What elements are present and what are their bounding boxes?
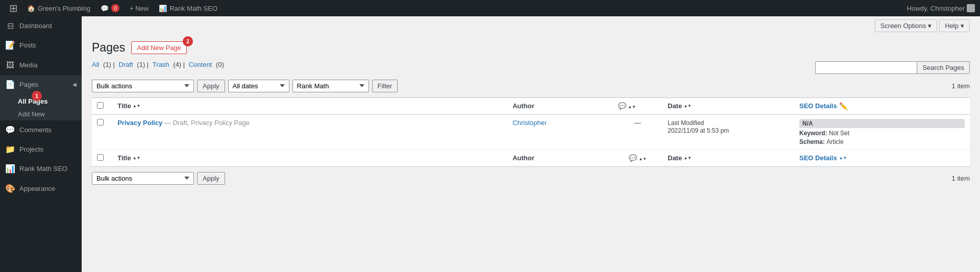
- filter-button[interactable]: Filter: [372, 80, 398, 92]
- footer-col-checkbox: [92, 150, 112, 166]
- sidebar-item-comments[interactable]: 💬 Comments: [0, 120, 82, 140]
- sort-arrows-comments: ▲▼: [628, 105, 636, 109]
- rankmath-icon: 📊: [5, 163, 15, 175]
- help-button[interactable]: Help ▾: [939, 19, 970, 32]
- bulk-actions-select-top[interactable]: Bulk actions: [92, 80, 194, 92]
- wp-logo[interactable]: ⊞: [5, 0, 22, 16]
- table-footer-header-row: Title ▲▼ Author 💬 ▲▼ Date ▲▼: [92, 150, 970, 166]
- media-icon: 🖼: [5, 60, 15, 71]
- col-checkbox: [92, 97, 112, 114]
- posts-icon: 📝: [5, 40, 15, 51]
- sort-title-link[interactable]: Title ▲▼: [117, 102, 502, 110]
- page-content: Pages Add New Page 2 All (1) | Draft (1)…: [82, 35, 980, 195]
- footer-seo-details-header-link[interactable]: SEO Details ▲▼: [799, 154, 965, 162]
- col-author: Author: [507, 97, 612, 114]
- col-comments: 💬 ▲▼: [613, 97, 663, 114]
- page-title-meta: — Draft, Privacy Policy Page: [164, 119, 250, 127]
- annotation-2: 2: [183, 36, 193, 46]
- annotation-1: 1: [32, 91, 42, 101]
- appearance-icon: 🎨: [5, 183, 15, 194]
- sidebar-subitem-add-new[interactable]: Add New: [0, 108, 82, 120]
- select-all-checkbox[interactable]: [97, 102, 104, 109]
- user-avatar: [967, 4, 975, 12]
- footer-col-author: Author: [507, 150, 612, 166]
- seo-edit-icon[interactable]: ✏️: [839, 102, 848, 110]
- row-comments-cell: —: [613, 114, 663, 150]
- date-filter-select[interactable]: All dates: [228, 80, 289, 92]
- table-row: Privacy Policy — Draft, Privacy Policy P…: [92, 114, 970, 150]
- filter-all[interactable]: All: [92, 61, 99, 68]
- toolbar-top: Bulk actions Apply All dates Rank Math F…: [92, 80, 970, 92]
- sidebar-item-rankmath[interactable]: 📊 Rank Math SEO: [0, 159, 82, 179]
- bottom-toolbar-left: Bulk actions Apply: [92, 172, 225, 185]
- date-value: 2022/11/09 at 5:53 pm: [668, 127, 729, 134]
- footer-sort-title-link[interactable]: Title ▲▼: [117, 154, 502, 162]
- filter-content[interactable]: Content: [189, 61, 212, 68]
- search-row: Search Pages: [815, 61, 970, 74]
- search-input[interactable]: [815, 61, 917, 74]
- footer-col-comments: 💬 ▲▼: [613, 150, 663, 166]
- page-title-link[interactable]: Privacy Policy: [117, 119, 162, 127]
- comments-link[interactable]: 💬 0: [95, 0, 125, 16]
- screen-options-button[interactable]: Screen Options ▾: [875, 19, 938, 32]
- sort-arrows-date: ▲▼: [683, 104, 692, 108]
- sidebar: ⊟ Dashboard 📝 Posts 🖼 Media 📄 Pages ◀ Al…: [0, 16, 82, 272]
- projects-icon: 📁: [5, 144, 15, 155]
- date-label: Last Modified: [668, 119, 704, 127]
- comments-sidebar-icon: 💬: [5, 125, 15, 136]
- toolbar-bottom: Bulk actions Apply 1 item: [92, 172, 970, 185]
- col-seo: SEO Details ✏️: [794, 97, 970, 114]
- footer-col-date: Date ▲▼: [663, 150, 794, 166]
- sort-date-link[interactable]: Date ▲▼: [668, 102, 789, 110]
- sidebar-item-dashboard[interactable]: ⊟ Dashboard: [0, 16, 82, 36]
- footer-sort-arrows-comments: ▲▼: [639, 157, 647, 161]
- dashboard-icon: ⊟: [5, 20, 15, 32]
- seo-details-container: N/A Keyword: Not Set Schema: Article: [799, 119, 965, 145]
- row-checkbox[interactable]: [97, 119, 104, 126]
- col-title: Title ▲▼: [112, 97, 507, 114]
- seo-score-badge: N/A: [799, 119, 965, 128]
- page-header: Pages Add New Page 2: [92, 40, 970, 56]
- rankmath-adminbar[interactable]: 📊 Rank Math SEO: [154, 0, 223, 16]
- footer-sort-arrows-date: ▲▼: [683, 156, 692, 160]
- bulk-actions-select-bottom[interactable]: Bulk actions: [92, 172, 194, 185]
- schema-line: Schema: Article: [799, 138, 965, 145]
- filter-draft[interactable]: Draft: [119, 61, 133, 68]
- new-content[interactable]: + New: [125, 0, 154, 16]
- row-title-cell: Privacy Policy — Draft, Privacy Policy P…: [112, 114, 507, 150]
- user-greeting[interactable]: Howdy, Christopher: [907, 4, 975, 12]
- pages-arrow: ◀: [72, 81, 77, 88]
- row-author-cell: Christopher: [507, 114, 612, 150]
- footer-comments-icon: 💬: [629, 154, 637, 162]
- search-pages-button[interactable]: Search Pages: [917, 61, 970, 74]
- site-name[interactable]: 🏠 Green's Plumbing: [22, 0, 95, 16]
- sidebar-item-posts[interactable]: 📝 Posts: [0, 36, 82, 55]
- content-area: Screen Options ▾ Help ▾ Pages Add New Pa…: [82, 16, 980, 272]
- pages-table: Title ▲▼ Author 💬 ▲▼ Date ▲▼: [92, 97, 970, 167]
- footer-sort-arrows-seo: ▲▼: [839, 156, 847, 160]
- footer-col-title: Title ▲▼: [112, 150, 507, 166]
- sidebar-item-media[interactable]: 🖼 Media: [0, 56, 82, 75]
- help-chevron: ▾: [961, 22, 964, 30]
- sidebar-subitem-all-pages[interactable]: All Pages 1: [0, 95, 82, 108]
- rankmath-filter-select[interactable]: Rank Math: [292, 80, 369, 92]
- sidebar-item-projects[interactable]: 📁 Projects: [0, 140, 82, 159]
- screen-options-chevron: ▾: [928, 22, 932, 30]
- sidebar-item-appearance[interactable]: 🎨 Appearance: [0, 179, 82, 199]
- sidebar-item-pages[interactable]: 📄 Pages ◀: [0, 75, 82, 94]
- add-new-page-button[interactable]: Add New Page: [131, 41, 187, 54]
- apply-button-bottom[interactable]: Apply: [197, 172, 225, 185]
- row-seo-cell: N/A Keyword: Not Set Schema: Article: [794, 114, 970, 150]
- page-title: Pages: [92, 40, 125, 56]
- row-checkbox-cell: [92, 114, 112, 150]
- apply-button-top[interactable]: Apply: [197, 80, 225, 92]
- footer-sort-date-link[interactable]: Date ▲▼: [668, 154, 789, 162]
- filter-links: All (1) | Draft (1) | Trash (4) | Conten…: [92, 61, 226, 68]
- sort-arrows-title: ▲▼: [133, 104, 141, 108]
- author-link[interactable]: Christopher: [512, 119, 547, 127]
- footer-col-seo: SEO Details ▲▼: [794, 150, 970, 166]
- pages-icon: 📄: [5, 79, 15, 90]
- footer-select-all-checkbox[interactable]: [97, 154, 104, 161]
- filter-trash[interactable]: Trash: [153, 61, 169, 68]
- seo-details-header-link[interactable]: SEO Details ✏️: [799, 102, 965, 110]
